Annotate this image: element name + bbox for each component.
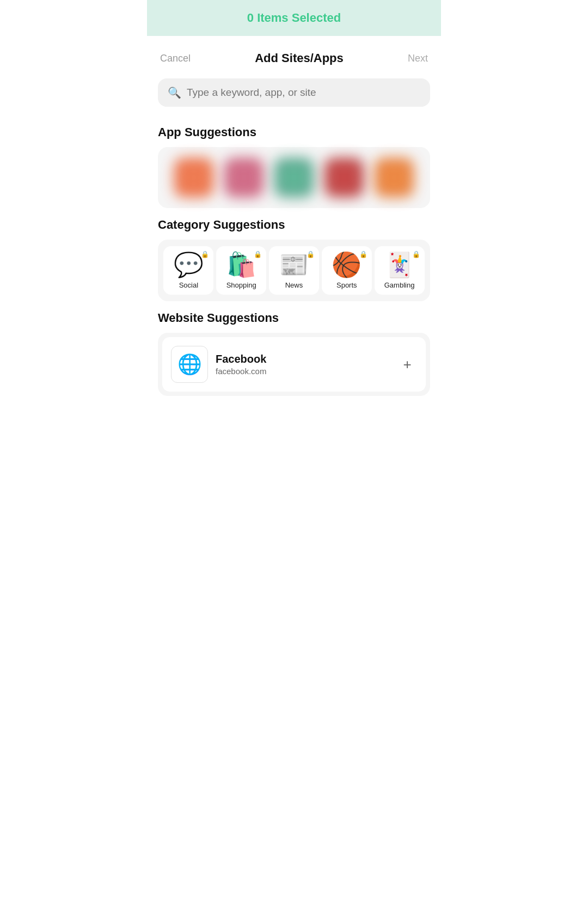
website-item-facebook[interactable]: 🌐 Facebook facebook.com + (162, 337, 426, 392)
lock-icon-news: 🔒 (307, 251, 315, 258)
category-emoji-shopping: 🛍️ (226, 252, 256, 278)
app-icon-3[interactable] (274, 158, 314, 197)
next-button[interactable]: Next (408, 53, 428, 64)
facebook-info: Facebook facebook.com (216, 353, 390, 376)
category-item-gambling[interactable]: 🔒 🃏 Gambling (375, 246, 425, 295)
website-suggestions-container: 🌐 Facebook facebook.com + (158, 333, 430, 396)
category-item-social[interactable]: 🔒 💬 Social (163, 246, 213, 295)
add-facebook-button[interactable]: + (397, 355, 417, 374)
app-icon-1[interactable] (174, 158, 213, 197)
search-container: 🔍 (147, 76, 441, 115)
items-selected-banner: 0 Items Selected (147, 0, 441, 36)
category-suggestions-container: 🔒 💬 Social 🔒 🛍️ Shopping 🔒 📰 News 🔒 🏀 Sp… (158, 240, 430, 301)
category-emoji-social: 💬 (174, 252, 204, 278)
app-icon-5[interactable] (375, 158, 414, 197)
lock-icon-gambling: 🔒 (412, 251, 420, 258)
app-icon-2[interactable] (224, 158, 264, 197)
cancel-button[interactable]: Cancel (160, 53, 191, 64)
lock-icon-sports: 🔒 (359, 251, 367, 258)
facebook-url: facebook.com (216, 367, 390, 376)
search-input[interactable] (187, 87, 420, 99)
search-icon: 🔍 (168, 86, 181, 99)
category-label-news: News (285, 281, 303, 289)
app-suggestions-container (158, 147, 430, 208)
page-title: Add Sites/Apps (255, 51, 344, 65)
facebook-name: Facebook (216, 353, 390, 365)
category-label-shopping: Shopping (226, 281, 256, 289)
category-item-sports[interactable]: 🔒 🏀 Sports (322, 246, 372, 295)
category-suggestions-title: Category Suggestions (147, 208, 441, 240)
category-emoji-sports: 🏀 (332, 252, 362, 278)
category-item-news[interactable]: 🔒 📰 News (269, 246, 319, 295)
search-bar[interactable]: 🔍 (158, 78, 430, 107)
category-label-sports: Sports (336, 281, 357, 289)
lock-icon-social: 🔒 (201, 251, 209, 258)
header-nav: Cancel Add Sites/Apps Next (147, 36, 441, 76)
category-emoji-gambling: 🃏 (384, 252, 414, 278)
app-suggestions-title: App Suggestions (147, 115, 441, 147)
items-selected-text: 0 Items Selected (247, 11, 341, 25)
category-item-shopping[interactable]: 🔒 🛍️ Shopping (216, 246, 266, 295)
category-label-gambling: Gambling (384, 281, 415, 289)
lock-icon-shopping: 🔒 (254, 251, 262, 258)
category-emoji-news: 📰 (279, 252, 309, 278)
website-suggestions-title: Website Suggestions (147, 301, 441, 333)
facebook-icon: 🌐 (171, 346, 208, 383)
category-label-social: Social (179, 281, 198, 289)
app-icon-4[interactable] (324, 158, 364, 197)
